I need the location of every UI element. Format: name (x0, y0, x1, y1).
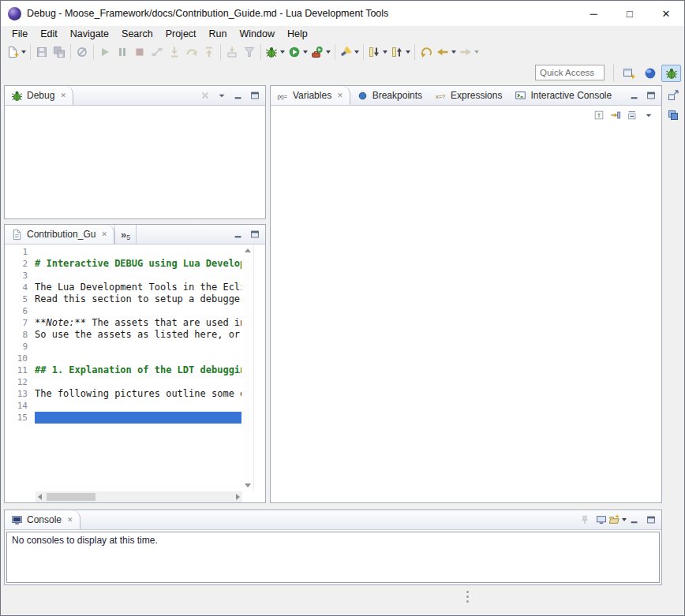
tab-variables[interactable]: (x)=Variables✕ (271, 86, 350, 105)
view-menu-button[interactable] (640, 107, 657, 123)
ldt-perspective-icon (644, 67, 657, 80)
open-perspective-button[interactable] (619, 65, 638, 82)
editor-tabs: Contribution_Gu ✕ »5 (5, 225, 137, 244)
dropdown-arrow-icon[interactable] (451, 50, 456, 54)
editor-line: 10 (5, 353, 241, 364)
minimize-view-button[interactable] (626, 88, 642, 103)
previous-annotation-button[interactable] (389, 43, 412, 61)
variables-content[interactable] (271, 125, 661, 502)
menu-search[interactable]: Search (115, 26, 159, 42)
menu-navigate[interactable]: Navigate (64, 26, 115, 42)
sash-drag-handle[interactable] (466, 591, 469, 603)
view-menu-button[interactable] (213, 88, 230, 103)
minimize-view-button[interactable] (626, 512, 642, 528)
next-annotation-button[interactable] (366, 43, 389, 61)
editor-tab-overflow-button[interactable]: »5 (114, 225, 137, 244)
maximize-view-button[interactable] (642, 512, 659, 528)
disconnect-icon (151, 46, 163, 58)
editor-panel: Contribution_Gu ✕ »5 12# Interactive DEB… (4, 224, 266, 503)
variables-header: (x)=Variables✕Breakpointsx=?ExpressionsI… (271, 86, 661, 106)
debug-view-content[interactable] (5, 106, 265, 218)
menu-help[interactable]: Help (281, 26, 314, 42)
last-edit-location-button[interactable] (417, 43, 435, 61)
scrollbar-thumb[interactable] (47, 493, 95, 501)
display-console-icon (596, 514, 607, 525)
dropdown-arrow-icon[interactable] (383, 50, 387, 54)
collapse-all-button[interactable] (623, 107, 640, 123)
restore-minimized-views-button[interactable] (664, 87, 682, 104)
scroll-up-arrow-icon[interactable] (245, 248, 251, 252)
minimized-view-button[interactable] (664, 106, 682, 124)
menu-project[interactable]: Project (159, 26, 203, 42)
quick-access-input[interactable]: Quick Access (535, 65, 605, 80)
step-into-icon (168, 46, 181, 58)
application-window: Debug - Moose_Framework/docs/Contributio… (0, 0, 685, 616)
editor-horizontal-scrollbar[interactable] (36, 491, 242, 502)
new-button[interactable] (5, 43, 28, 61)
tab-debug[interactable]: Debug ✕ (5, 86, 73, 105)
search-button[interactable] (338, 43, 361, 61)
debug-perspective-icon (665, 67, 678, 80)
svg-text:x=?: x=? (436, 92, 445, 99)
ldt-perspective-button[interactable] (640, 65, 660, 82)
line-text: ## 1. Explanation of the LDT debuggin (35, 364, 241, 376)
dropdown-arrow-icon[interactable] (326, 50, 331, 54)
editor-line: 9 (5, 341, 241, 353)
close-icon[interactable]: ✕ (67, 516, 73, 524)
minimize-view-button[interactable] (230, 226, 246, 242)
scroll-right-arrow-icon[interactable] (236, 494, 240, 500)
close-icon[interactable]: ✕ (101, 230, 107, 238)
hidden-editors-count: 5 (126, 233, 130, 241)
remove-terminated-icon (200, 90, 211, 101)
maximize-icon (646, 514, 657, 525)
tab-console[interactable]: Console ✕ (5, 510, 80, 529)
maximize-view-button[interactable] (246, 88, 263, 103)
console-message: No consoles to display at this time. (7, 532, 659, 548)
dropdown-arrow-icon[interactable] (474, 50, 479, 54)
secondary-toolbar: Quick Access (1, 62, 684, 83)
console-content[interactable]: No consoles to display at this time. (6, 532, 660, 583)
tab-label: Contribution_Gu (27, 229, 95, 240)
tab-contribution-guide[interactable]: Contribution_Gu ✕ (5, 225, 114, 244)
console-tabs: Console ✕ (5, 510, 80, 529)
editor-line: 14 (5, 400, 241, 412)
editor-text-area[interactable]: 12# Interactive DEBUG using Lua Develop3… (5, 246, 241, 491)
editor-vertical-scrollbar[interactable] (243, 246, 253, 490)
display-selected-console-button[interactable] (593, 512, 609, 528)
scroll-left-arrow-icon[interactable] (38, 494, 42, 500)
editor-area[interactable]: 12# Interactive DEBUG using Lua Develop3… (5, 245, 265, 502)
debug-button[interactable] (264, 43, 286, 61)
console-header: Console ✕ (5, 510, 661, 530)
close-window-button[interactable]: ✕ (648, 1, 684, 26)
menu-window[interactable]: Window (234, 26, 281, 42)
back-button[interactable] (435, 43, 458, 61)
dropdown-arrow-icon[interactable] (280, 50, 285, 54)
tab-breakpoints[interactable]: Breakpoints (350, 86, 429, 105)
dropdown-arrow-icon[interactable] (303, 50, 308, 54)
external-tools-button[interactable] (309, 43, 332, 61)
dropdown-arrow-icon[interactable] (21, 50, 26, 54)
maximize-view-button[interactable] (246, 226, 263, 242)
scroll-down-arrow-icon[interactable] (245, 483, 251, 487)
menu-file[interactable]: File (6, 26, 34, 42)
close-icon[interactable]: ✕ (337, 91, 343, 99)
tab-expressions[interactable]: x=?Expressions (429, 86, 508, 105)
step-filters-icon (243, 46, 256, 58)
close-icon[interactable]: ✕ (60, 91, 66, 99)
show-logical-structures-button[interactable] (607, 107, 623, 123)
tab-interactive-console[interactable]: Interactive Console (508, 86, 618, 105)
debug-perspective-button[interactable] (661, 65, 681, 82)
dropdown-arrow-icon[interactable] (406, 50, 410, 54)
dropdown-arrow-icon[interactable] (354, 50, 359, 54)
maximize-view-button[interactable] (642, 88, 659, 103)
last-edit-icon (420, 46, 432, 58)
open-console-button[interactable] (609, 512, 626, 528)
show-type-names-button[interactable]: T (590, 107, 607, 123)
run-button[interactable] (286, 43, 309, 61)
minimize-window-button[interactable]: ─ (575, 1, 612, 26)
menu-run[interactable]: Run (203, 26, 234, 42)
minimize-view-button[interactable] (230, 88, 246, 103)
maximize-window-button[interactable]: □ (612, 1, 648, 26)
open-console-icon (608, 514, 619, 525)
menu-edit[interactable]: Edit (34, 26, 64, 42)
